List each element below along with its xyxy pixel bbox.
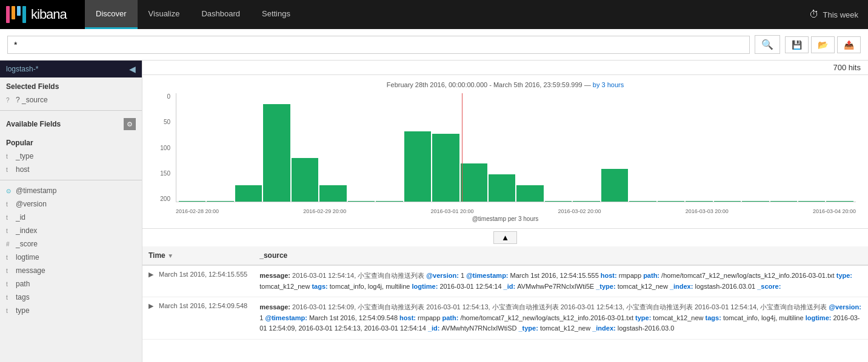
table-header: Time ▼ _source [142,246,868,265]
logo-bar-teal [22,6,26,23]
time-filter-button[interactable]: ⏱ This week [809,9,858,20]
field-message[interactable]: t message [0,264,142,277]
chart-bar-22 [798,201,825,202]
popular-section-title: Popular [0,134,142,150]
nav-dashboard[interactable]: Dashboard [190,0,251,29]
field-tags[interactable]: t tags [0,291,142,304]
chart-bar-0 [179,201,205,202]
field-score[interactable]: # _score [0,237,142,251]
chart-bar-8 [404,131,431,202]
time-cell-1: ▶ March 1st 2016, 12:54:09.548 [142,297,253,340]
field-id-label: _id [16,213,25,222]
source-type-icon: ? [6,97,12,104]
source-cell-0: message: 2016-03-01 12:54:14, 小宝查询自动推送列表… [253,265,868,297]
field-type-label: _type [16,152,33,160]
source-field-key-1: message: [259,303,292,311]
field-score-label: _score [16,240,38,248]
source-field-item[interactable]: ? ? _source [0,93,142,107]
chart-bar-18 [686,201,712,202]
nav-discover[interactable]: Discover [85,0,138,29]
search-button[interactable]: 🔍 [755,35,780,54]
chart-bar-15 [601,169,628,202]
field-path-label: path [16,280,30,288]
chart-bars[interactable] [176,93,856,202]
x-tick-4: 2016-03-03 20:00 [686,208,729,214]
table-row: ▶ March 1st 2016, 12:54:15.555 message: … [142,265,868,297]
load-button[interactable]: 📂 [811,36,835,53]
chart-bar-11 [489,174,515,202]
search-input[interactable] [7,36,750,54]
field-host[interactable]: t host [0,163,142,176]
by-hours-link[interactable]: by 3 hours [593,81,624,88]
field-version-label: @version [16,200,47,208]
popular-divider [0,180,142,180]
logtime-icon: t [6,254,12,261]
field-id[interactable]: t _id [0,211,142,224]
y-tick-0: 0 [167,93,170,100]
top-navigation: kibana Discover Visualize Dashboard Sett… [0,0,868,29]
field-logtime-label: logtime [16,253,39,262]
nav-links: Discover Visualize Dashboard Settings [85,0,301,29]
field-type-item-label: type [16,306,30,315]
field-logtime[interactable]: t logtime [0,251,142,264]
chart-x-axis: 2016-02-28 20:00 2016-02-29 20:00 2016-0… [176,203,856,214]
x-tick-1: 2016-02-29 20:00 [303,208,346,214]
source-column-header: _source [253,246,868,265]
chart-bar-14 [573,201,599,202]
chart-bar-9 [432,134,459,202]
clock-icon: ⏱ [809,9,819,20]
logo-bar-pink [6,6,10,23]
available-fields-title: Available Fields [6,120,61,128]
selected-fields-title: Selected Fields [0,77,142,93]
expand-row-0-button[interactable]: ▶ [149,271,153,278]
chart-bar-13 [545,201,572,202]
chart-bar-16 [629,201,656,202]
y-tick-200: 200 [160,196,170,202]
save-button[interactable]: 💾 [785,36,809,53]
time-value-1: March 1st 2016, 12:54:09.548 [159,302,247,309]
share-button[interactable]: 📤 [837,36,861,53]
field-host-label: host [16,165,30,174]
collapse-chart-button[interactable]: ▲ [493,231,517,244]
nav-settings[interactable]: Settings [251,0,301,29]
chart-area: February 28th 2016, 00:00:00.000 - March… [142,75,868,229]
x-tick-5: 2016-03-04 20:00 [813,208,856,214]
fields-gear-button[interactable]: ⚙ [124,118,136,130]
field-type-item[interactable]: t type [0,304,142,317]
available-fields-header: Available Fields ⚙ [0,114,142,134]
time-sort-icon: ▼ [167,252,173,259]
kibana-logo: kibana [0,0,85,29]
source-field-label: ? _source [16,96,48,104]
x-tick-3: 2016-03-02 20:00 [558,208,601,214]
x-tick-0: 2016-02-28 20:00 [176,208,219,214]
date-range-dash: — [584,81,593,88]
nav-visualize[interactable]: Visualize [138,0,191,29]
field-path[interactable]: t path [0,277,142,291]
logo-bar-orange [12,6,15,19]
message-icon: t [6,268,12,274]
table-row: ▶ March 1st 2016, 12:54:09.548 message: … [142,297,868,340]
chart-bar-12 [516,185,543,202]
source-field-key-0: message: [259,272,292,279]
collapse-sidebar-button[interactable]: ◀ [129,64,136,74]
y-tick-50: 50 [164,119,170,125]
x-axis-label: @timestamp per 3 hours [155,216,856,222]
hits-count: 700 hits [833,63,861,72]
version-icon: t [6,201,12,208]
main-content: 700 hits February 28th 2016, 00:00:00.00… [142,61,868,362]
logo-bars-icon [6,6,26,23]
field-version[interactable]: t @version [0,197,142,211]
chart-bar-2 [235,185,262,202]
fields-divider [0,110,142,111]
field-type[interactable]: t _type [0,150,142,163]
chart-bar-6 [348,201,375,202]
expand-row-1-button[interactable]: ▶ [149,302,153,309]
field-index[interactable]: t _index [0,224,142,237]
field-timestamp[interactable]: ⊙ @timestamp [0,184,142,197]
nav-right: ⏱ This week [809,9,868,20]
field-tags-label: tags [16,293,30,301]
index-pattern-label: logstash-* [6,65,38,73]
time-column-header[interactable]: Time ▼ [142,246,253,265]
collapse-chart-button-area: ▲ [142,229,868,246]
time-filter-label: This week [823,10,858,19]
